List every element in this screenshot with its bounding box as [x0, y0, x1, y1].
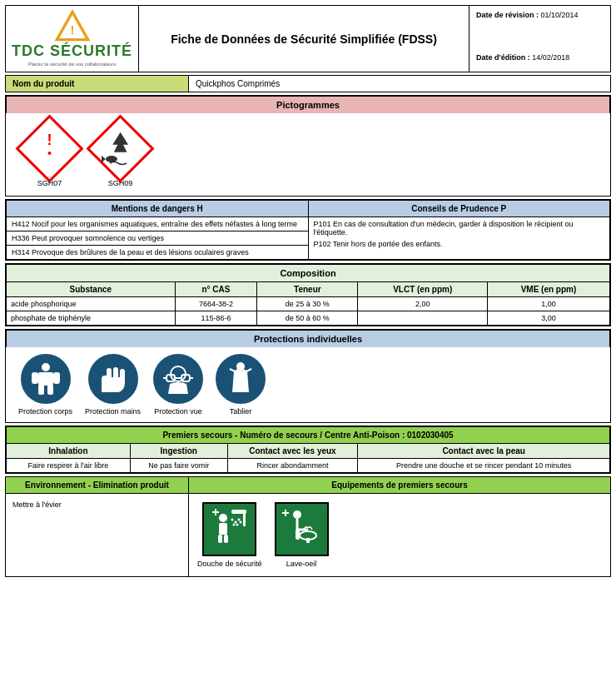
svg-rect-26 [218, 535, 222, 543]
bottom-left: Environnement - Elimination produit Mett… [6, 477, 189, 576]
laveoeil-icon [279, 506, 325, 552]
pictogram-sgh07: ! SGH07 [22, 122, 77, 187]
svg-point-35 [240, 521, 242, 524]
svg-point-32 [238, 519, 241, 521]
svg-point-7 [106, 156, 117, 162]
comp-vme-2: 3,00 [487, 311, 609, 326]
svg-point-4 [48, 152, 52, 155]
sgh07-icon: ! [22, 122, 77, 176]
svg-point-33 [233, 524, 236, 526]
protection-body: Protection corps Protection mains [6, 347, 610, 422]
svg-text:!: ! [47, 132, 52, 148]
protection-mains-icon [88, 354, 138, 404]
pictograms-body: ! SGH07 SGH09 [6, 113, 610, 196]
firstaid-peau-value: Prendre une douche et se rincer pendant … [358, 459, 610, 473]
svg-rect-29 [243, 513, 246, 526]
protection-tablier-label: Tablier [230, 407, 252, 416]
comp-col-substance: Substance [7, 282, 176, 297]
svg-point-15 [171, 366, 186, 381]
protection-mains: Protection mains [85, 354, 141, 416]
equipment-header: Equipements de premiers secours [189, 477, 610, 494]
hazard-row-1: H412 Nocif pour les organismes aquatique… [7, 217, 610, 231]
douche-box [202, 502, 256, 556]
protection-tablier: Tablier [216, 354, 266, 416]
comp-col-vlct: VLCT (en ppm) [358, 282, 487, 297]
logo-tdc: TDC SÉCURITÉ [12, 42, 132, 60]
svg-point-34 [236, 524, 239, 526]
hazard-h314: H314 Provoque des brûlures de la peau et… [7, 246, 309, 260]
hazard-table: Mentions de dangers H Conseils de Pruden… [6, 200, 610, 260]
comp-vme-1: 1,00 [487, 297, 609, 311]
composition-header: Composition [6, 264, 610, 281]
protection-vue-label: Protection vue [154, 407, 202, 416]
hazard-p-header: Conseils de Prudence P [308, 201, 610, 217]
comp-substance-1: acide phosphorique [7, 297, 176, 311]
hazard-h336: H336 Peut provoquer somnolence ou vertig… [7, 231, 309, 246]
svg-line-23 [246, 369, 251, 371]
svg-rect-27 [224, 535, 228, 543]
douche-label: Douche de sécurité [197, 560, 262, 568]
logo-triangle-icon: ! [56, 11, 89, 41]
svg-point-38 [293, 510, 301, 519]
protection-vue-icon [153, 354, 203, 404]
comp-col-cas: n° CAS [175, 282, 257, 297]
product-label: Nom du produit [6, 76, 189, 92]
equipment-douche: Douche de sécurité [197, 502, 262, 568]
svg-rect-14 [47, 385, 53, 395]
protection-corps: Protection corps [18, 354, 72, 416]
comp-cas-2: 115-86-6 [175, 311, 257, 326]
laveoeil-label: Lave-oeil [286, 560, 317, 568]
firstaid-col-ingestion: Ingestion [130, 444, 227, 459]
laveoeil-box [275, 502, 329, 556]
bottom-right: Equipements de premiers secours [189, 477, 610, 576]
svg-point-30 [231, 519, 234, 521]
svg-rect-11 [32, 372, 38, 384]
firstaid-section: Premiers secours - Numéro de secours / C… [5, 426, 611, 474]
firstaid-header: Premiers secours - Numéro de secours / C… [6, 426, 610, 443]
sgh07-label: SGH07 [37, 179, 62, 187]
firstaid-yeux-value: Rincer abondamment [227, 459, 358, 473]
svg-text:!: ! [70, 23, 74, 37]
firstaid-col-inhalation: Inhalation [7, 444, 131, 459]
pictogram-sgh09: SGH09 [93, 122, 147, 187]
svg-rect-13 [38, 385, 44, 395]
composition-section: Composition Substance n° CAS Teneur VLCT… [5, 263, 611, 326]
env-header: Environnement - Elimination produit [6, 477, 188, 494]
protection-vue: Protection vue [153, 354, 203, 416]
protection-corps-icon [21, 354, 71, 404]
protection-header: Protections individuelles [6, 330, 610, 347]
svg-rect-12 [53, 372, 60, 384]
svg-rect-25 [219, 523, 227, 535]
header-dates: Date de révision : 01/10/2014 Date d'édi… [469, 6, 610, 72]
sgh09-icon [93, 122, 147, 176]
logo-area: ! TDC SÉCURITÉ Placez la sécurité de vos… [6, 6, 139, 72]
firstaid-inhalation-value: Faire respirer à l'air libre [7, 459, 131, 473]
tablier-svg [222, 361, 259, 397]
env-body: Mettre à l'évier [6, 494, 188, 515]
product-row: Nom du produit Quickphos Comprimés [5, 75, 611, 92]
svg-line-22 [230, 369, 235, 371]
comp-teneur-2: de 50 à 60 % [257, 311, 358, 326]
comp-row-2: phosphate de triphényle 115-86-6 de 50 à… [7, 311, 610, 326]
comp-vlct-2 [358, 311, 487, 326]
corps-svg [27, 361, 64, 397]
revision-date: Date de révision : 01/10/2014 [476, 11, 604, 19]
protection-corps-label: Protection corps [18, 407, 72, 416]
comp-row-1: acide phosphorique 7664-38-2 de 25 à 30 … [7, 297, 610, 311]
comp-cas-1: 7664-38-2 [175, 297, 257, 311]
hazard-p-combined: P101 En cas de consultation d'un médecin… [308, 217, 610, 260]
hazard-section: Mentions de dangers H Conseils de Pruden… [5, 199, 611, 261]
firstaid-col-yeux: Contact avec les yeux [227, 444, 358, 459]
firstaid-values-row: Faire respirer à l'air libre Ne pas fair… [7, 459, 610, 473]
hazard-h412: H412 Nocif pour les organismes aquatique… [7, 217, 309, 231]
equipment-laveoeil: Lave-oeil [275, 502, 329, 568]
svg-rect-41 [306, 538, 310, 543]
comp-teneur-1: de 25 à 30 % [257, 297, 358, 311]
svg-point-24 [219, 514, 227, 522]
edition-date: Date d'édition : 14/02/2018 [476, 53, 604, 62]
protection-section: Protections individuelles [5, 329, 611, 423]
douche-icon [206, 506, 252, 552]
equipment-body: Douche de sécurité [189, 494, 610, 576]
firstaid-ingestion-value: Ne pas faire vomir [130, 459, 227, 473]
comp-vlct-1: 2,00 [358, 297, 487, 311]
